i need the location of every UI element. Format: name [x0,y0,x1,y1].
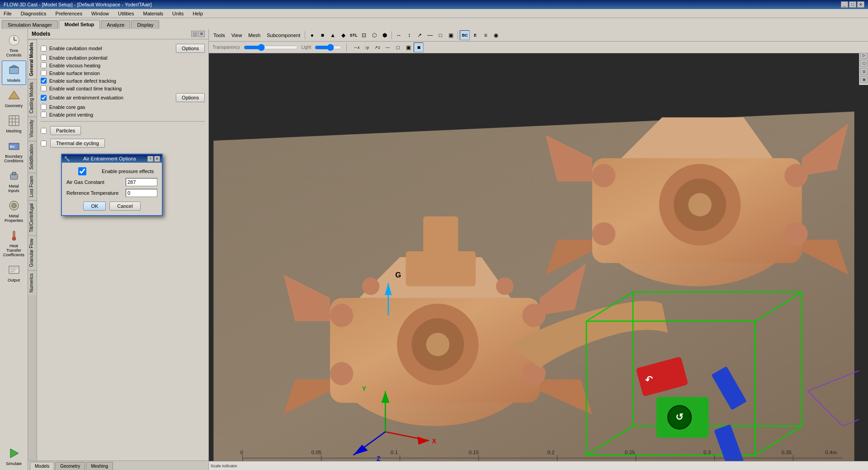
view-wire-btn[interactable]: ▣ [403,42,413,52]
label-cavitation-potential[interactable]: Enable cavitation potential [49,55,107,61]
options-btn-air-entrainment[interactable]: Options [176,93,205,102]
vtab-tilt-centrifugal[interactable]: Tilt/Centrifugal [28,200,37,235]
bottom-tab-geometry[interactable]: Geometry [55,462,85,470]
titlebar-controls[interactable]: _ □ ✕ [841,1,864,8]
thermal-die-button[interactable]: Thermal die cycling [50,139,105,148]
3d-scene[interactable]: ↶ ↺ [209,53,859,461]
label-viscous-heating[interactable]: Enable viscous heating [49,63,100,68]
vtab-lost-foam[interactable]: Lost Foam [28,173,37,200]
checkbox-thermal-die[interactable] [41,141,47,146]
menu-preferences[interactable]: Preferences [54,10,84,17]
checkbox-viscous-heating[interactable] [41,62,47,68]
options-btn-cavitation[interactable]: Options [176,44,205,53]
box-tool[interactable]: ■ [317,30,327,40]
checkbox-enable-pressure[interactable] [66,167,98,175]
close-btn[interactable]: ✕ [857,1,864,8]
vtab-granular-flow[interactable]: Granular Flow [28,235,37,270]
label-cavitation-model[interactable]: Enable cavitation model [49,46,102,51]
ok-button[interactable]: OK [83,202,106,211]
tab-analyze[interactable]: Analyze [101,20,130,29]
air-entrainment-dialog[interactable]: 🔧 Air Entrainment Options ? ✕ Enable pre… [61,154,163,216]
sidebar-item-models[interactable]: Models [2,61,26,85]
view-fit[interactable]: □ [435,30,445,40]
view-x-btn[interactable]: ↔x [351,42,361,52]
checkbox-wall-contact-time[interactable] [41,85,47,91]
vtab-general-models[interactable]: General Models [28,39,37,79]
sidebar-item-metal-properties[interactable]: Metal Properties [2,196,26,225]
menu-utilities[interactable]: Utilities [116,10,136,17]
right-tool-3[interactable]: ⬡ [860,60,868,67]
view-menu[interactable]: View [229,32,245,39]
view-solid[interactable]: ▣ [446,30,456,40]
view-y-btn[interactable]: ↕y [362,42,372,52]
subcomponent-menu[interactable]: Subcomponent [264,32,303,39]
menu-units[interactable]: Units [170,10,185,17]
bottom-tab-models[interactable]: Models [30,462,54,470]
vtab-solidification[interactable]: Solidification [28,141,37,172]
cut-tool[interactable]: — [425,30,435,40]
sidebar-item-output[interactable]: Output [2,260,26,285]
diamond-tool[interactable]: ◆ [338,30,348,40]
view-z-btn[interactable]: ↗z [372,42,382,52]
vtab-numerics[interactable]: Numerics [28,270,37,295]
label-wall-contact-time[interactable]: Enable wall contact time tracking [49,86,122,91]
sidebar-item-simulate[interactable]: Simulate [2,444,26,468]
grid-tool[interactable]: ⊡ [359,30,369,40]
label-air-entrainment[interactable]: Enable air entrainment evaluation [49,95,123,100]
checkbox-core-gas[interactable] [41,104,47,110]
tab-display[interactable]: Display [131,20,159,29]
minimize-btn[interactable]: _ [841,1,848,8]
right-tool-4[interactable]: ⊡ [860,68,868,75]
air-gas-constant-input[interactable] [126,178,157,186]
view-solid-btn[interactable]: ■ [414,42,424,52]
tools-menu[interactable]: Tools [211,32,228,39]
stl-tool[interactable]: STL [349,30,359,40]
cancel-button[interactable]: Cancel [109,202,140,211]
extrude-tool[interactable]: ⬡ [369,30,379,40]
subtract-tool[interactable]: ⬢ [380,30,390,40]
menu-window[interactable]: Window [90,10,111,17]
label-surface-defect-tracking[interactable]: Enable surface defect tracking [49,78,116,84]
sidebar-item-time-controls[interactable]: Time Controls [2,31,26,60]
label-core-gas[interactable]: Enable core gas [49,104,85,110]
sidebar-item-metal-inputs[interactable]: Metal Inputs [2,166,26,195]
models-restore-btn[interactable]: ◻ [191,31,198,37]
menu-help[interactable]: Help [191,10,205,17]
vtab-casting-models[interactable]: Casting Models [28,79,37,116]
label-surface-tension[interactable]: Enable surface tension [49,70,100,76]
view-minus-btn[interactable]: — [382,42,392,52]
sidebar-item-boundary-conditions[interactable]: BC Boundary Conditions [2,136,26,165]
checkbox-air-entrainment[interactable] [41,95,47,101]
move-tool[interactable]: ↔ [394,30,404,40]
checkbox-print-venting[interactable] [41,112,47,118]
ref-temp-input[interactable] [126,189,157,197]
scale-tool[interactable]: ↕ [404,30,414,40]
checkbox-particles[interactable] [41,128,47,134]
right-tool-5[interactable]: ⊠ [860,76,868,83]
vtab-viscosity[interactable]: Viscosity [28,117,37,140]
transparency-slider[interactable] [244,44,298,51]
cone-tool[interactable]: ▲ [328,30,338,40]
checkbox-cavitation-model[interactable] [41,46,47,52]
air-dialog-help-btn[interactable]: ? [147,156,153,162]
sphere-tool[interactable]: ● [307,30,317,40]
menu-diagnostics[interactable]: Diagnostics [19,10,48,17]
menu-materials[interactable]: Materials [141,10,165,17]
maximize-btn[interactable]: □ [849,1,856,8]
view-shaded-btn[interactable]: □ [393,42,403,52]
air-dialog-close-btn[interactable]: ✕ [154,156,160,162]
clip-btn[interactable]: ◉ [491,30,501,40]
iso-btn[interactable]: ≡ [481,30,491,40]
label-print-venting[interactable]: Enable print venting [49,112,93,118]
checkbox-surface-tension[interactable] [41,70,47,76]
checkbox-surface-defect-tracking[interactable] [41,78,47,84]
checkbox-cavitation-potential[interactable] [41,55,47,61]
label-enable-pressure[interactable]: Enable pressure effects [102,169,157,174]
light-slider[interactable] [315,44,342,51]
sidebar-item-heat-transfer[interactable]: Heat Transfer Coefficients [2,226,26,259]
sidebar-item-geometry[interactable]: Geometry [2,86,26,110]
tab-model-setup[interactable]: Model Setup [59,20,100,29]
particles-button[interactable]: Particles [50,126,81,135]
menu-file[interactable]: File [2,10,14,17]
rotate-tool[interactable]: ↗ [415,30,425,40]
